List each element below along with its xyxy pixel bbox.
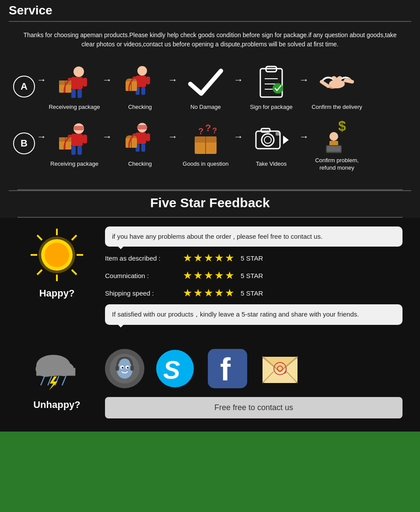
svg-point-88 xyxy=(127,367,129,369)
flow-label-a2: Checking xyxy=(128,104,152,111)
speech-bubble-2: If satisfied with our products，kindly le… xyxy=(105,304,402,325)
headset-icon[interactable] xyxy=(105,349,144,388)
star-1-1: ★ xyxy=(183,252,192,264)
flow-item-a3: No Damage xyxy=(179,62,232,111)
arrow-b0: → xyxy=(37,131,46,156)
camera-icon xyxy=(252,119,291,158)
star-3-5: ★ xyxy=(225,287,234,299)
star-2-3: ★ xyxy=(204,269,214,282)
stars-1: ★ ★ ★ ★ ★ xyxy=(183,252,234,264)
rating-row-1: Item as described : ★ ★ ★ ★ ★ 5 STAR xyxy=(105,252,402,264)
arrow-a1: → xyxy=(102,74,112,99)
five-star-title: Five Star Feedback xyxy=(9,190,411,217)
star-3-4: ★ xyxy=(214,287,224,299)
svg-rect-54 xyxy=(261,129,270,132)
star-2-5: ★ xyxy=(225,269,234,282)
svg-rect-10 xyxy=(136,76,146,87)
person-box-a-icon xyxy=(55,62,94,101)
svg-line-77 xyxy=(41,376,44,385)
svg-text:?: ? xyxy=(198,126,203,136)
contact-section: Unhappy? xyxy=(0,338,420,432)
arrow-a0: → xyxy=(37,74,46,99)
svg-line-66 xyxy=(37,235,42,240)
svg-point-22 xyxy=(273,83,283,94)
svg-text:$: $ xyxy=(338,118,346,134)
arrow-a2: → xyxy=(168,74,178,99)
svg-line-67 xyxy=(72,270,77,275)
svg-rect-27 xyxy=(71,134,83,146)
contact-right: S f xyxy=(105,347,402,418)
star-2-1: ★ xyxy=(183,269,192,282)
flow-item-a5: Confirm the delivery xyxy=(311,62,363,111)
svg-rect-90 xyxy=(130,366,134,371)
svg-line-68 xyxy=(72,235,77,240)
star-1-4: ★ xyxy=(214,252,224,264)
flow-label-a5: Confirm the delivery xyxy=(312,104,362,111)
arrow-b1: → xyxy=(102,131,112,156)
flow-label-b4: Take Videos xyxy=(256,160,287,168)
svg-rect-37 xyxy=(136,132,146,144)
svg-rect-12 xyxy=(146,77,150,84)
svg-line-78 xyxy=(48,376,52,385)
star-count-1: 5 STAR xyxy=(241,254,263,262)
svg-rect-55 xyxy=(276,132,280,136)
facebook-icon[interactable]: f xyxy=(206,347,249,390)
star-3-3: ★ xyxy=(204,287,214,299)
svg-rect-76 xyxy=(36,368,75,376)
svg-rect-41 xyxy=(141,144,145,152)
svg-rect-61 xyxy=(327,146,341,152)
handshake-icon xyxy=(317,62,357,101)
service-header: Service xyxy=(0,0,420,22)
svg-point-9 xyxy=(137,66,147,76)
unhappy-label: Unhappy? xyxy=(33,399,80,411)
flow-label-b1: Receiving package xyxy=(50,160,98,168)
svg-point-52 xyxy=(262,134,274,146)
star-1-5: ★ xyxy=(225,252,234,264)
flow-item-b3: ? ? ? Goods in question xyxy=(179,119,232,168)
svg-line-80 xyxy=(62,376,66,385)
svg-rect-31 xyxy=(77,146,82,155)
svg-rect-89 xyxy=(116,366,119,371)
five-star-section: Five Star Feedback xyxy=(0,185,420,218)
svg-rect-5 xyxy=(77,89,82,98)
question-box-icon: ? ? ? xyxy=(186,119,225,158)
flow-label-a1: Receiveing package xyxy=(49,104,100,111)
skype-icon[interactable]: S xyxy=(153,347,197,390)
feedback-left: Happy? xyxy=(18,226,96,325)
flow-item-b4: Take Videos xyxy=(245,119,298,168)
main-container: Service Thanks for choosing apeman produ… xyxy=(0,0,420,432)
flow-label-b5: Confirm problem, refund money xyxy=(311,157,363,172)
contact-icons-row: S f xyxy=(105,347,402,390)
flow-item-a4: Sign for package xyxy=(245,62,298,111)
flow-item-b1: Receiving package xyxy=(48,119,101,168)
svg-rect-3 xyxy=(83,78,87,87)
rating-label-2: Coumnication : xyxy=(105,272,179,279)
rating-row-3: Shipping speed : ★ ★ ★ ★ ★ 5 STAR xyxy=(105,287,402,299)
flow-item-b2: Checking xyxy=(114,119,166,168)
flow-section: A → xyxy=(0,53,420,185)
feedback-section: Happy? if you have any problems about th… xyxy=(0,218,420,338)
svg-rect-39 xyxy=(146,133,150,141)
star-1-3: ★ xyxy=(204,252,214,264)
star-2-4: ★ xyxy=(214,269,224,282)
checking-a-icon xyxy=(120,62,160,101)
svg-point-53 xyxy=(264,136,271,143)
service-title: Service xyxy=(9,3,411,22)
rating-label-3: Shipping speed : xyxy=(105,289,179,297)
flow-item-b5: $ Confirm problem, refund money xyxy=(311,115,363,172)
svg-rect-1 xyxy=(71,77,83,89)
svg-point-23 xyxy=(329,80,345,88)
flow-row-b: B → xyxy=(13,115,407,172)
flow-label-a4: Sign for package xyxy=(250,104,293,111)
sun-icon xyxy=(28,226,85,283)
star-1-2: ★ xyxy=(193,252,203,264)
svg-point-58 xyxy=(329,132,338,141)
star-count-2: 5 STAR xyxy=(241,272,263,279)
email-icon[interactable] xyxy=(258,347,302,390)
flow-label-a: A xyxy=(13,76,35,98)
svg-marker-56 xyxy=(283,136,289,144)
contact-button[interactable]: Free free to contact us xyxy=(105,397,402,418)
intro-text: Thanks for choosing apeman products.Plea… xyxy=(0,22,420,53)
stars-2: ★ ★ ★ ★ ★ xyxy=(183,269,234,282)
star-2-2: ★ xyxy=(193,269,203,282)
